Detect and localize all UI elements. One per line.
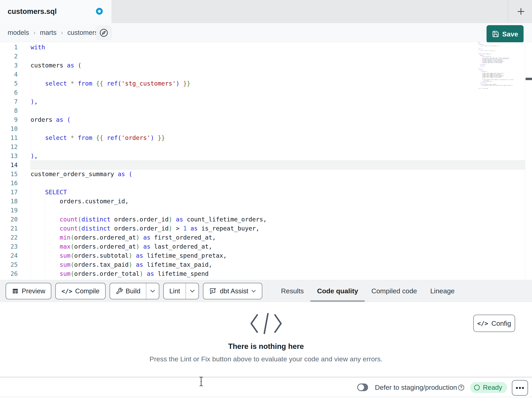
- code-line[interactable]: 11 select * from {{ ref('orders') }}: [0, 133, 532, 142]
- defer-toggle[interactable]: [357, 384, 368, 391]
- line-number[interactable]: 17: [0, 188, 18, 197]
- line-number[interactable]: 24: [0, 251, 18, 260]
- file-tab-customers-sql[interactable]: customers.sql: [0, 0, 111, 23]
- code-line[interactable]: 8: [0, 106, 532, 115]
- code-line[interactable]: 14: [0, 160, 532, 170]
- line-number[interactable]: 11: [0, 133, 18, 142]
- dbt-assist-button[interactable]: dbt Assist: [203, 283, 262, 299]
- code-line[interactable]: 17 SELECT: [0, 188, 532, 197]
- indent-guide: [31, 224, 31, 233]
- code-line[interactable]: 21 count(distinct orders.order_id) > 1 a…: [0, 224, 532, 233]
- line-number[interactable]: 23: [0, 242, 18, 251]
- code-editor[interactable]: 1with23customers as (45 select * from {{…: [0, 42, 532, 280]
- tab-results[interactable]: Results: [274, 280, 310, 302]
- code-line[interactable]: 4: [0, 70, 532, 79]
- line-number[interactable]: 25: [0, 260, 18, 269]
- line-number[interactable]: 15: [0, 170, 18, 179]
- table-icon: [12, 288, 19, 294]
- tab-compiled-code[interactable]: Compiled code: [365, 280, 424, 302]
- lint-button[interactable]: Lint: [164, 283, 186, 299]
- breadcrumb-bar: models›marts›customers.sql Save: [0, 23, 532, 42]
- code-line[interactable]: 25 sum(orders.tax_paid) as lifetime_tax_…: [0, 260, 532, 269]
- code-line[interactable]: 15customer_orders_summary as (: [0, 170, 532, 179]
- line-number[interactable]: 5: [0, 79, 18, 88]
- line-number[interactable]: 22: [0, 233, 18, 242]
- line-number[interactable]: 19: [0, 206, 18, 215]
- line-number[interactable]: 14: [0, 160, 18, 170]
- lint-split-button: Lint: [163, 283, 199, 299]
- code-line[interactable]: 3customers as (: [0, 61, 532, 70]
- indent-guide: [45, 242, 45, 251]
- tab-lineage[interactable]: Lineage: [424, 280, 461, 302]
- preview-button[interactable]: Preview: [6, 283, 51, 299]
- build-button[interactable]: Build: [110, 283, 146, 299]
- editor-right-border: [525, 42, 525, 280]
- code-line[interactable]: 13),: [0, 151, 532, 160]
- code-line-content: sum(orders.tax_paid) as lifetime_tax_pai…: [31, 260, 212, 269]
- line-number[interactable]: 3: [0, 61, 18, 70]
- line-number[interactable]: 4: [0, 70, 18, 79]
- code-line[interactable]: 7),: [0, 97, 532, 106]
- code-line[interactable]: 24 sum(orders.subtotal) as lifetime_spen…: [0, 251, 532, 260]
- code-line[interactable]: 18 orders.customer_id,: [0, 197, 532, 206]
- breadcrumb-item[interactable]: marts: [40, 29, 57, 36]
- indent-guide: [31, 242, 31, 251]
- config-button[interactable]: </> Config: [473, 315, 515, 332]
- empty-state: There is nothing here Press the Lint or …: [0, 312, 532, 363]
- build-dropdown-button[interactable]: [146, 283, 159, 299]
- line-number[interactable]: 1: [0, 43, 18, 52]
- line-number[interactable]: 9: [0, 115, 18, 124]
- save-button[interactable]: Save: [487, 25, 524, 43]
- compile-button[interactable]: </> Compile: [55, 283, 105, 299]
- code-line[interactable]: 26 sum(orders.order_total) as lifetime_s…: [0, 269, 532, 278]
- line-number[interactable]: 8: [0, 106, 18, 115]
- line-number[interactable]: 26: [0, 269, 18, 278]
- line-number[interactable]: 13: [0, 151, 18, 160]
- code-line-content: orders as (: [31, 115, 71, 124]
- indent-guide: [31, 133, 31, 142]
- line-number[interactable]: 6: [0, 88, 18, 97]
- line-number[interactable]: 7: [0, 97, 18, 106]
- code-line-content: select * from {{ ref('stg_customers') }}: [31, 79, 190, 88]
- indent-guide: [31, 215, 31, 224]
- indent-guide: [31, 269, 31, 278]
- line-number[interactable]: 18: [0, 197, 18, 206]
- code-line[interactable]: 12: [0, 142, 532, 151]
- code-line[interactable]: 6: [0, 88, 532, 97]
- code-line-content: max(orders.ordered_at) as last_ordered_a…: [31, 242, 212, 251]
- indent-guide: [45, 269, 45, 278]
- breadcrumb-item[interactable]: models: [8, 29, 29, 36]
- tab-bar-divider: [508, 0, 508, 23]
- code-line[interactable]: 5 select * from {{ ref('stg_customers') …: [0, 79, 532, 88]
- line-number[interactable]: 10: [0, 124, 18, 133]
- code-line[interactable]: 23 max(orders.ordered_at) as last_ordere…: [0, 242, 532, 251]
- chevron-down-icon: [251, 289, 256, 293]
- status-badge[interactable]: Ready: [470, 382, 507, 393]
- code-line[interactable]: 10: [0, 124, 532, 133]
- empty-state-title: There is nothing here: [0, 342, 532, 351]
- scrollbar-marker[interactable]: [526, 78, 532, 80]
- new-tab-button[interactable]: [510, 0, 532, 23]
- indent-guide: [45, 251, 45, 260]
- line-number[interactable]: 12: [0, 142, 18, 151]
- code-line[interactable]: 20 count(distinct orders.order_id) as co…: [0, 215, 532, 224]
- more-options-button[interactable]: [512, 380, 528, 396]
- tab-code-quality[interactable]: Code quality: [310, 280, 365, 302]
- code-line[interactable]: 19: [0, 206, 532, 215]
- code-line[interactable]: 22 min(orders.ordered_at) as first_order…: [0, 233, 532, 242]
- minimap[interactable]: with customers as ( select * from {{ ref…: [478, 42, 525, 91]
- line-number[interactable]: 16: [0, 179, 18, 188]
- file-actions-button[interactable]: [96, 26, 112, 40]
- code-line[interactable]: 16: [0, 179, 532, 188]
- indent-guide: [45, 215, 45, 224]
- line-number[interactable]: 21: [0, 224, 18, 233]
- code-line[interactable]: 9orders as (: [0, 115, 532, 124]
- indent-guide: [45, 224, 45, 233]
- code-line[interactable]: 1with: [0, 43, 532, 52]
- code-line[interactable]: 2: [0, 52, 532, 61]
- help-icon[interactable]: [458, 384, 465, 391]
- line-number[interactable]: 20: [0, 215, 18, 224]
- line-number[interactable]: 2: [0, 52, 18, 61]
- panel-tabs: ResultsCode qualityCompiled codeLineage: [274, 280, 461, 302]
- lint-dropdown-button[interactable]: [186, 283, 198, 299]
